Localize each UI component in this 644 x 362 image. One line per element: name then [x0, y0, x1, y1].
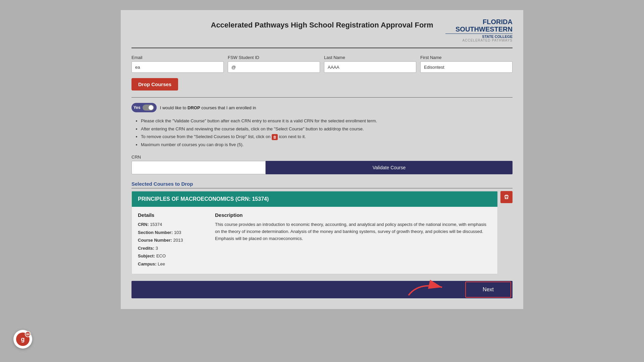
fsw-id-group: FSW Student ID [228, 55, 320, 73]
notification-badge[interactable]: g 44 [13, 330, 32, 349]
course-card: PRINCIPLES OF MACROECONOMICS (CRN: 15374… [131, 191, 498, 274]
toggle-switch[interactable] [143, 105, 154, 111]
course-card-body: Details CRN: 15374 Section Number: 103 C… [132, 207, 497, 274]
course-num-detail: Course Number: 2013 [138, 237, 205, 244]
logo-line3: STATE COLLEGE [445, 35, 513, 39]
email-label: Email [131, 55, 224, 60]
campus-detail: Campus: Lee [138, 261, 205, 267]
instructions: Please click the "Validate Course" butto… [131, 118, 513, 148]
delete-course-button[interactable] [500, 191, 513, 203]
description-heading: Description [215, 212, 491, 218]
arrow-annotation [405, 279, 445, 297]
crn-label: CRN [131, 155, 266, 160]
logo-line4: ACCELERATED PATHWAYS [445, 39, 513, 42]
logo-line1: FLORIDA SOUTHWESTERN [445, 18, 513, 33]
first-name-input[interactable] [420, 61, 513, 73]
fsw-id-label: FSW Student ID [228, 55, 320, 60]
details-heading: Details [138, 212, 205, 218]
toggle-yes-label: Yes [133, 105, 141, 110]
logo-area: FLORIDA SOUTHWESTERN STATE COLLEGE ACCEL… [445, 18, 513, 42]
last-name-input[interactable] [324, 61, 416, 73]
form-container: Accelerated Pathways High School Registr… [121, 10, 523, 309]
email-group: Email [131, 55, 224, 73]
course-card-header: PRINCIPLES OF MACROECONOMICS (CRN: 15374… [132, 191, 497, 207]
crn-row: CRN Validate Course [131, 155, 513, 174]
notif-count: 44 [25, 331, 31, 337]
drop-courses-button[interactable]: Drop Courses [131, 78, 178, 90]
instruction-3: To remove course from the "Selected Cour… [141, 133, 513, 140]
course-description: Description This course provides an intr… [215, 212, 491, 268]
header-row: Accelerated Pathways High School Registr… [131, 18, 513, 48]
crn-detail: CRN: 15374 [138, 221, 205, 228]
toggle-row: Yes I would like to DROP courses that I … [131, 103, 513, 112]
first-name-group: First Name [420, 55, 513, 73]
last-name-label: Last Name [324, 55, 416, 60]
crn-group: CRN [131, 155, 266, 174]
fsw-id-input[interactable] [228, 61, 320, 73]
toggle-wrapper[interactable]: Yes [131, 103, 157, 112]
notif-inner: g 44 [16, 333, 30, 346]
nav-bar: Next [131, 281, 513, 298]
crn-input[interactable] [131, 161, 266, 174]
last-name-group: Last Name [324, 55, 416, 73]
first-name-label: First Name [420, 55, 513, 60]
instruction-1: Please click the "Validate Course" butto… [141, 118, 513, 124]
trash-icon [504, 194, 509, 200]
delete-icon-inline: 🗑 [272, 134, 278, 140]
course-details: Details CRN: 15374 Section Number: 103 C… [138, 212, 205, 268]
description-text: This course provides an introduction to … [215, 221, 491, 242]
course-card-wrapper: PRINCIPLES OF MACROECONOMICS (CRN: 15374… [131, 191, 513, 274]
instruction-4: Maximum number of courses you can drop i… [141, 141, 513, 148]
notif-icon: g [21, 336, 25, 343]
fields-row: Email FSW Student ID Last Name First Nam… [131, 55, 513, 73]
validate-course-button[interactable]: Validate Course [266, 161, 513, 174]
selected-courses-label: Selected Courses to Drop [131, 181, 513, 188]
page-title: Accelerated Pathways High School Registr… [199, 18, 445, 29]
bottom-nav: Next [131, 281, 513, 298]
credits-detail: Credits: 3 [138, 245, 205, 252]
instruction-2: After entering the CRN and reviewing the… [141, 126, 513, 132]
section-divider [131, 97, 513, 98]
section-detail: Section Number: 103 [138, 229, 205, 236]
next-button[interactable]: Next [465, 282, 511, 298]
email-input[interactable] [131, 61, 224, 73]
subject-detail: Subject: ECO [138, 253, 205, 259]
toggle-description: I would like to DROP courses that I am e… [160, 105, 256, 110]
